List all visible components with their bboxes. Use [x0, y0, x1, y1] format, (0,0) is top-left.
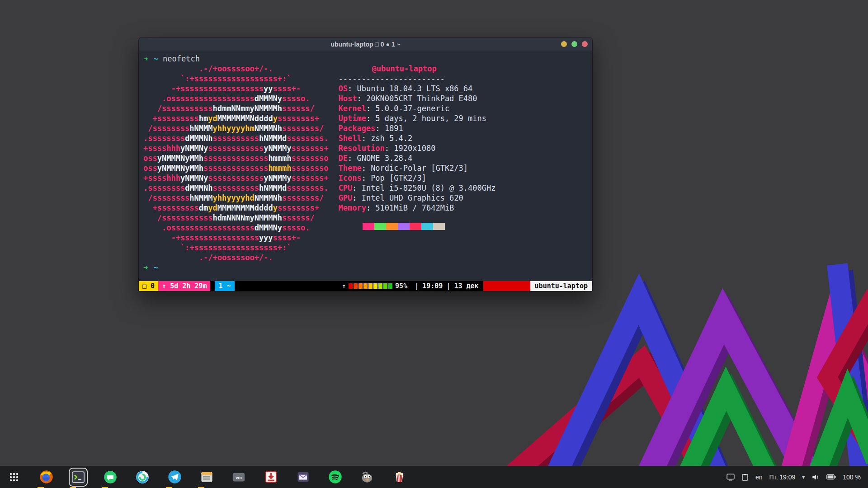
spotify-icon — [328, 470, 342, 484]
tmux-separator: | — [415, 281, 419, 291]
chevron-down-icon[interactable]: ▾ — [802, 474, 805, 480]
popcorn-icon — [393, 470, 406, 483]
download-app-launcher[interactable] — [263, 469, 278, 485]
terminal-icon — [71, 470, 85, 484]
color-swatch — [386, 223, 398, 230]
neofetch-info-row: OS: Ubuntu 18.04.3 LTS x86_64 — [338, 84, 495, 94]
meter-block — [378, 283, 382, 289]
meter-block — [359, 283, 363, 289]
files-app-launcher[interactable] — [199, 469, 214, 485]
tmux-red-block — [483, 281, 530, 291]
neofetch-info-panel: @ubuntu-laptop ----------------------- O… — [338, 64, 495, 230]
window-titlebar[interactable]: ubuntu-laptop □ 0 ● 1 ~ — [139, 38, 592, 51]
download-arrow-icon — [264, 470, 278, 483]
battery-icon — [826, 474, 836, 480]
meter-block — [388, 283, 392, 289]
display-tray-icon[interactable] — [726, 473, 735, 481]
firefox-icon — [39, 470, 53, 484]
neofetch-info-row: DE: GNOME 3.28.4 — [338, 153, 495, 163]
tmux-percent: 95% — [395, 281, 407, 291]
neofetch-info-row: Resolution: 868x488 — [338, 143, 495, 153]
color-swatch — [421, 223, 433, 230]
neofetch-info-rows: OS: Ubuntu 18.04.3 LTS x86_64Host: 20KN0… — [338, 84, 495, 213]
swirl-app-icon — [136, 470, 149, 484]
tmux-meter-arrow-icon: ↑ — [342, 281, 346, 291]
show-apps-button[interactable] — [6, 469, 22, 485]
system-tray: en Пт, 19:09 ▾ 100 % — [726, 473, 868, 481]
tmux-separator: | — [446, 281, 450, 291]
prompt-path: ~ — [154, 263, 158, 272]
neofetch-info-row: Icons: Pop [GTK2/3] — [338, 173, 495, 183]
tmux-session-indicator[interactable]: 1 ~ — [215, 281, 234, 291]
color-swatch — [351, 223, 363, 230]
firefox-launcher[interactable] — [38, 469, 54, 485]
tmux-date: 13 дек — [454, 281, 478, 291]
neofetch-info-row: Shell: zsh 5.4.2 — [338, 133, 495, 143]
clipboard-tray-icon[interactable] — [741, 474, 749, 481]
tmux-status-bar: □ 0 ↑ 5d 2h 29m 1 ~ ↑ 95% | 19:09 | 13 д… — [139, 281, 592, 291]
prompt-line: ➜~neofetch — [143, 54, 588, 64]
neofetch-output: .-/+oossssoo+/-. `:+ssssssssssssssssss+:… — [143, 64, 588, 263]
vmware-launcher[interactable]: vm — [231, 469, 246, 485]
popcorn-time-launcher[interactable] — [392, 469, 407, 485]
meter-block — [363, 283, 368, 289]
tmux-uptime-segment: ↑ 5d 2h 29m — [158, 281, 210, 291]
prompt-path: ~ — [154, 54, 158, 63]
color-swatch — [363, 223, 374, 230]
meter-block — [349, 283, 353, 289]
chat-bubble-icon — [104, 470, 117, 484]
tmux-window-indicator[interactable]: □ 0 — [139, 281, 158, 291]
terminal-content[interactable]: ➜~neofetch .-/+oossssoo+/-. `:+sssssssss… — [139, 51, 592, 281]
command-text: neofetch — [163, 54, 200, 63]
volume-icon[interactable] — [811, 473, 820, 481]
tmux-hostname: ubuntu-laptop — [530, 281, 592, 291]
clock[interactable]: Пт, 19:09 — [769, 474, 796, 481]
mail-app-launcher[interactable] — [295, 469, 311, 485]
spotify-launcher[interactable] — [327, 469, 343, 485]
prompt-line-2: ➜~ — [143, 263, 588, 272]
desktop: ubuntu-laptop □ 0 ● 1 ~ ➜~neofetch .-/+o… — [0, 0, 868, 488]
taskbar: vm en Пт, 19:09 ▾ — [0, 466, 868, 488]
neofetch-info-row: Memory: 5101MiB / 7642MiB — [338, 203, 495, 213]
prompt-arrow-icon: ➜ — [143, 263, 148, 272]
envelope-icon — [297, 470, 310, 483]
window-title: ubuntu-laptop □ 0 ● 1 ~ — [330, 41, 400, 48]
neofetch-info-row: Packages: 1891 — [338, 123, 495, 133]
neofetch-info-row: Uptime: 5 days, 2 hours, 29 mins — [338, 113, 495, 123]
gimp-launcher[interactable] — [359, 469, 375, 485]
tmux-load-meter — [349, 283, 392, 289]
color-swatch — [374, 223, 386, 230]
window-controls — [561, 38, 588, 51]
vm-icon: vm — [232, 470, 245, 484]
color-swatch — [433, 223, 445, 230]
meter-block — [354, 283, 358, 289]
apps-grid-icon — [9, 472, 19, 483]
telegram-launcher[interactable] — [167, 469, 182, 485]
svg-text:vm: vm — [236, 475, 241, 480]
neofetch-info-row: Kernel: 5.0.0-37-generic — [338, 103, 495, 113]
meter-block — [383, 283, 387, 289]
neofetch-info-row: CPU: Intel i5-8250U (8) @ 3.400GHz — [338, 183, 495, 193]
telegram-icon — [168, 470, 182, 484]
maximize-button[interactable] — [571, 41, 577, 47]
messenger-launcher[interactable] — [135, 469, 150, 485]
gimp-wilber-icon — [360, 470, 374, 484]
battery-percent: 100 % — [843, 474, 861, 481]
neofetch-info-row: Theme: Nordic-Polar [GTK2/3] — [338, 163, 495, 173]
keyboard-layout-indicator[interactable]: en — [755, 474, 763, 481]
meter-block — [373, 283, 377, 289]
color-swatch — [398, 223, 410, 230]
neofetch-underline: ----------------------- — [338, 74, 495, 84]
terminal-color-swatches — [338, 223, 495, 230]
neofetch-ascii-logo: .-/+oossssoo+/-. `:+ssssssssssssssssss+:… — [143, 64, 328, 263]
meter-block — [368, 283, 373, 289]
tmux-time: 19:09 — [422, 281, 443, 291]
chat-app-launcher[interactable] — [103, 469, 118, 485]
prompt-arrow-icon: ➜ — [143, 54, 148, 63]
close-button[interactable] — [582, 41, 588, 47]
neofetch-info-row: Host: 20KN005CRT ThinkPad E480 — [338, 94, 495, 103]
color-swatch — [410, 223, 421, 230]
minimize-button[interactable] — [561, 41, 567, 47]
files-window-icon — [200, 470, 213, 483]
terminal-launcher[interactable] — [71, 469, 86, 485]
